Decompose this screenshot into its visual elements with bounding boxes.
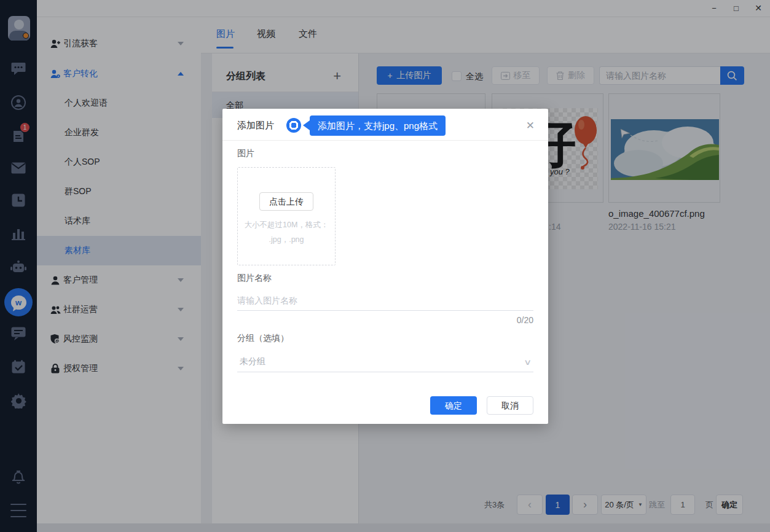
modal-confirm-button[interactable]: 确定	[430, 396, 477, 415]
close-modal-icon[interactable]: ✕	[526, 119, 535, 132]
add-image-modal: 添加图片 添加图片，支持jpg、png格式 ✕ 图片 点击上传 大小不超过10M…	[222, 109, 548, 424]
group-select-value: 未分组	[240, 356, 265, 366]
upload-hint-line2: .jpg，.png	[238, 232, 335, 247]
upload-hint: 大小不超过10M，格式： .jpg，.png	[238, 217, 335, 247]
tooltip-arrow	[303, 120, 310, 130]
click-upload-button[interactable]: 点击上传	[259, 192, 313, 211]
chevron-down-icon: ∨	[524, 354, 532, 371]
upload-dropzone[interactable]: 点击上传 大小不超过10M，格式： .jpg，.png	[237, 167, 336, 265]
modal-cancel-button[interactable]: 取消	[487, 396, 533, 415]
modal-header: 添加图片 添加图片，支持jpg、png格式 ✕	[222, 109, 548, 141]
guide-tooltip: 添加图片，支持jpg、png格式	[310, 115, 446, 136]
image-field-label: 图片	[237, 148, 254, 159]
char-counter: 0/20	[517, 315, 533, 325]
image-name-input[interactable]	[237, 290, 533, 311]
group-field-label: 分组（选填）	[237, 333, 289, 344]
guide-beacon-icon[interactable]	[286, 118, 301, 133]
app-window: 1 w	[0, 0, 770, 532]
group-select[interactable]: 未分组 ∨	[237, 353, 533, 372]
modal-title: 添加图片	[237, 120, 274, 131]
upload-hint-line1: 大小不超过10M，格式：	[238, 217, 335, 232]
image-name-label: 图片名称	[237, 273, 272, 284]
